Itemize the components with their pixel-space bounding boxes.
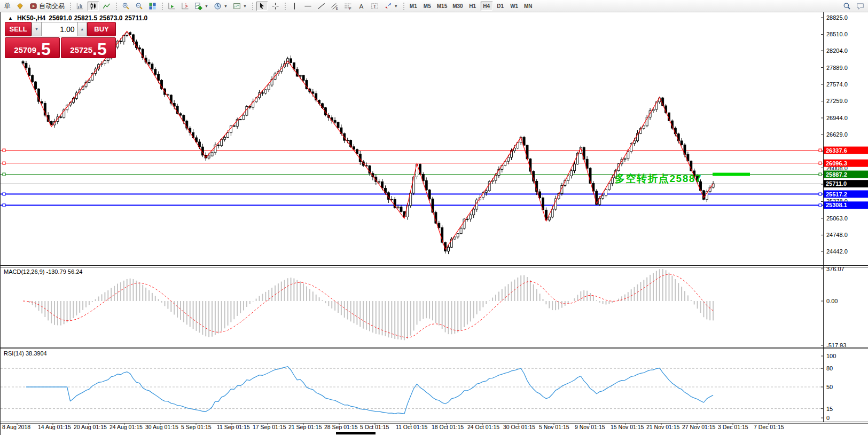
horizontal-line-button[interactable] bbox=[302, 1, 314, 11]
timeframe-button-M30[interactable]: M30 bbox=[450, 1, 465, 11]
buy-price-dec: .5 bbox=[92, 41, 107, 57]
sell-button[interactable]: SELL bbox=[5, 22, 32, 36]
vertical-line-button[interactable] bbox=[288, 1, 301, 11]
collapse-arrow-icon[interactable]: ▲ bbox=[8, 15, 13, 21]
scrollbar[interactable] bbox=[336, 432, 376, 434]
gold-nugget-icon[interactable] bbox=[14, 1, 26, 11]
svg-text:7 Dec 01:15: 7 Dec 01:15 bbox=[754, 424, 784, 430]
svg-text:0.00: 0.00 bbox=[826, 298, 838, 304]
svg-text:28 Sep 01:15: 28 Sep 01:15 bbox=[324, 424, 358, 430]
svg-text:27 Nov 01:15: 27 Nov 01:15 bbox=[682, 424, 716, 430]
toolbar-grip bbox=[115, 2, 118, 11]
rsi-grid bbox=[1, 368, 823, 408]
svg-text:17 Sep 01:15: 17 Sep 01:15 bbox=[253, 424, 286, 430]
crosshair-button[interactable] bbox=[269, 1, 281, 11]
search-button[interactable] bbox=[841, 1, 853, 11]
chart-shift-button[interactable] bbox=[179, 1, 191, 11]
arrows-button[interactable]: ▼ bbox=[382, 1, 400, 11]
buy-button[interactable]: BUY bbox=[87, 22, 116, 36]
zoom-out-button[interactable] bbox=[133, 1, 145, 11]
indicators-button[interactable]: ▼ bbox=[192, 1, 210, 11]
volume-up-button[interactable]: ▲ bbox=[77, 22, 87, 36]
svg-text:3 Dec 01:15: 3 Dec 01:15 bbox=[718, 424, 748, 430]
bar-chart-button[interactable] bbox=[74, 1, 86, 11]
macd-histogram bbox=[29, 269, 713, 340]
buy-price-box[interactable]: 25725 .5 bbox=[61, 37, 116, 58]
svg-text:21 Sep 01:15: 21 Sep 01:15 bbox=[288, 424, 322, 430]
svg-text:30 Oct 01:15: 30 Oct 01:15 bbox=[503, 424, 535, 430]
svg-text:26944.0: 26944.0 bbox=[826, 115, 848, 121]
sell-price-box[interactable]: 25709 .5 bbox=[5, 37, 60, 58]
zoom-in-button[interactable] bbox=[120, 1, 132, 11]
svg-text:30 Aug 01:15: 30 Aug 01:15 bbox=[145, 424, 178, 430]
svg-text:28204.0: 28204.0 bbox=[826, 48, 848, 54]
timeframe-button-M5[interactable]: M5 bbox=[421, 1, 434, 11]
timeframe-button-W1[interactable]: W1 bbox=[508, 1, 521, 11]
cursor-button[interactable] bbox=[256, 1, 268, 11]
annotation: 多空转折点25887 bbox=[615, 173, 750, 184]
scrollbar-thumb bbox=[336, 432, 376, 434]
rsi-line bbox=[26, 367, 713, 414]
chart-window[interactable]: 28825.028510.028204.027889.027574.027259… bbox=[0, 12, 868, 435]
svg-text:9 Nov 01:15: 9 Nov 01:15 bbox=[575, 424, 605, 430]
svg-text:25063.0: 25063.0 bbox=[826, 215, 848, 222]
candlestick-chart-button[interactable] bbox=[87, 1, 99, 11]
svg-text:E: E bbox=[336, 6, 338, 10]
svg-text:A: A bbox=[359, 2, 363, 9]
top-toolbar: 单 自动交易 ▼ ▼ ▼ E F A T ▼ M1M5M15M30H1H bbox=[0, 0, 868, 12]
timeframe-button-M1[interactable]: M1 bbox=[407, 1, 420, 11]
svg-text:28825.0: 28825.0 bbox=[826, 14, 848, 21]
timeframe-button-MN[interactable]: MN bbox=[522, 1, 535, 11]
svg-text:11 Oct 01:15: 11 Oct 01:15 bbox=[396, 424, 428, 430]
time-axis[interactable]: 8 Aug 201814 Aug 01:1520 Aug 01:1524 Aug… bbox=[2, 423, 784, 430]
trendline-button[interactable] bbox=[315, 1, 327, 11]
volume-input[interactable] bbox=[42, 22, 77, 36]
auto-scroll-button[interactable] bbox=[166, 1, 178, 11]
text-label-button[interactable]: T bbox=[369, 1, 381, 11]
text-button[interactable]: A bbox=[355, 1, 367, 11]
annotation-bar bbox=[713, 173, 750, 176]
macd-axis: 376.070.00-517.93 bbox=[821, 266, 846, 349]
svg-text:376.07: 376.07 bbox=[826, 266, 844, 272]
annotation-text: 多空转折点25887 bbox=[615, 173, 702, 184]
timeframe-button-D1[interactable]: D1 bbox=[494, 1, 507, 11]
toolbar-grip bbox=[161, 2, 163, 11]
svg-text:80: 80 bbox=[826, 365, 833, 371]
equidistant-channel-button[interactable]: E bbox=[329, 1, 341, 11]
toolbar-grip bbox=[284, 2, 286, 11]
svg-text:26337.6: 26337.6 bbox=[826, 147, 847, 154]
autotrading-button[interactable]: 自动交易 bbox=[27, 1, 67, 11]
timeframe-button-H4[interactable]: H4 bbox=[480, 1, 493, 11]
volume-down-button[interactable]: ▼ bbox=[32, 22, 41, 36]
chat-button[interactable] bbox=[854, 1, 866, 11]
svg-text:21 Nov 01:15: 21 Nov 01:15 bbox=[646, 424, 680, 430]
svg-text:11 Sep 01:15: 11 Sep 01:15 bbox=[217, 424, 250, 430]
ohlc-open: 25691.0 bbox=[49, 14, 72, 22]
fibonacci-button[interactable]: F bbox=[342, 1, 354, 11]
price-axis[interactable]: 28825.028510.028204.027889.027574.027259… bbox=[821, 14, 848, 255]
sell-price-int: 25709 bbox=[14, 45, 36, 54]
svg-text:26096.3: 26096.3 bbox=[826, 160, 847, 167]
candles-layer bbox=[22, 31, 714, 254]
ohlc-close: 25711.0 bbox=[124, 14, 147, 22]
svg-text:15: 15 bbox=[826, 406, 833, 412]
svg-text:5 Nov 01:15: 5 Nov 01:15 bbox=[539, 424, 569, 430]
svg-text:5 Sep 01:15: 5 Sep 01:15 bbox=[181, 424, 212, 430]
periods-button[interactable]: ▼ bbox=[212, 1, 230, 11]
svg-text:20 Aug 01:15: 20 Aug 01:15 bbox=[74, 424, 107, 430]
svg-text:14 Aug 01:15: 14 Aug 01:15 bbox=[38, 424, 71, 430]
chart-canvas[interactable]: 28825.028510.028204.027889.027574.027259… bbox=[1, 12, 868, 435]
svg-text:25887.2: 25887.2 bbox=[826, 171, 847, 178]
timeframe-button-H1[interactable]: H1 bbox=[466, 1, 479, 11]
toolbar-grip bbox=[69, 2, 72, 11]
timeframe-button-M15[interactable]: M15 bbox=[435, 1, 449, 11]
line-chart-button[interactable] bbox=[100, 1, 113, 11]
tile-windows-button[interactable] bbox=[146, 1, 159, 11]
buy-price-int: 25725 bbox=[70, 45, 92, 54]
toolbar-grip bbox=[402, 2, 405, 11]
autotrading-icon bbox=[29, 2, 37, 10]
templates-button[interactable]: ▼ bbox=[231, 1, 249, 11]
new-order-button[interactable]: 单 bbox=[2, 1, 13, 11]
svg-text:27259.0: 27259.0 bbox=[826, 98, 848, 104]
chart-header: ▲ HK50-,H4 25691.0 25821.5 25673.0 25711… bbox=[8, 14, 147, 22]
